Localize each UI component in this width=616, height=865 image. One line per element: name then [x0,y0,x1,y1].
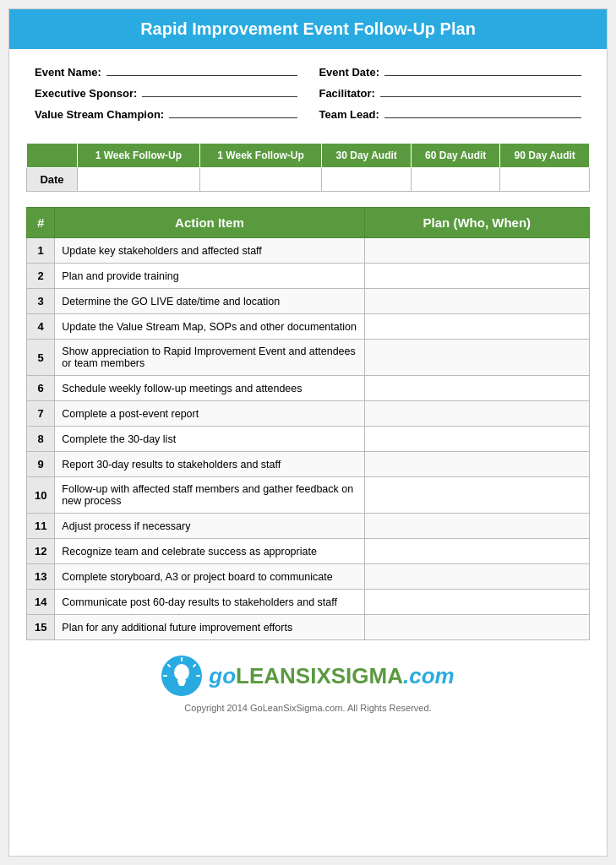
logo-text: goLEANSIXSIGMA.com [209,663,454,689]
action-table: # Action Item Plan (Who, When) 1Update k… [26,207,590,640]
table-row: 5Show appreciation to Rapid Improvement … [27,340,590,376]
meta-event-name: Event Name: [35,63,297,79]
plan-cell [364,340,589,376]
meta-vsc: Value Stream Champion: [35,105,297,121]
plan-cell [364,238,589,264]
logo-container: goLEANSIXSIGMA.com [18,656,598,696]
action-header-row: # Action Item Plan (Who, When) [27,208,590,238]
svg-line-7 [194,665,195,666]
action-item-text: Show appreciation to Rapid Improvement E… [55,340,364,376]
action-item-text: Report 30-day results to stakeholders an… [55,452,364,477]
action-item-text: Plan for any additional future improveme… [55,615,364,640]
table-row: 10Follow-up with affected staff members … [27,477,590,514]
action-item-text: Complete the 30-day list [55,427,364,452]
row-number: 5 [27,340,55,376]
plan-cell [364,314,589,340]
action-item-text: Determine the GO LIVE date/time and loca… [55,289,364,314]
row-number: 13 [27,564,55,590]
svg-rect-2 [177,680,186,683]
row-number: 11 [27,514,55,539]
followup-header-row: 1 Week Follow-Up 1 Week Follow-Up 30 Day… [27,144,590,168]
followup-col-5: 90 Day Audit [500,144,590,168]
table-row: 13Complete storyboard, A3 or project boa… [27,564,590,590]
vsc-label: Value Stream Champion: [35,108,164,121]
table-row: 4Update the Value Stream Map, SOPs and o… [27,314,590,340]
action-item-text: Follow-up with affected staff members an… [55,477,364,514]
plan-cell [364,401,589,427]
logo-go: go [209,663,236,688]
logo-icon [161,656,202,696]
vsc-line [169,105,297,118]
action-item-text: Plan and provide training [55,264,364,289]
action-header-plan: Plan (Who, When) [364,208,589,238]
page-title: Rapid Improvement Event Follow-Up Plan [140,19,476,38]
action-item-text: Schedule weekly follow-up meetings and a… [55,376,364,401]
event-date-line [384,63,581,76]
action-item-text: Update key stakeholders and affected sta… [55,238,364,264]
page-header: Rapid Improvement Event Follow-Up Plan [9,9,607,49]
followup-col-2: 1 Week Follow-Up [199,144,322,168]
exec-sponsor-line [142,84,297,97]
plan-cell [364,590,589,615]
event-name-label: Event Name: [35,66,101,79]
followup-col-4: 60 Day Audit [411,144,500,168]
meta-event-date: Event Date: [319,63,581,79]
row-number: 2 [27,264,55,289]
plan-cell [364,615,589,640]
facilitator-line [380,84,581,97]
action-header-num: # [27,208,55,238]
logo-com: .com [403,663,455,688]
plan-cell [364,289,589,314]
plan-cell [364,477,589,514]
row-number: 14 [27,590,55,615]
followup-date-row: Date [27,168,590,192]
svg-point-1 [174,664,189,681]
table-row: 7Complete a post-event report [27,401,590,427]
plan-cell [364,539,589,564]
meta-exec-sponsor: Executive Sponsor: [35,84,297,100]
svg-rect-4 [179,684,184,686]
plan-cell [364,564,589,590]
meta-facilitator: Facilitator: [319,84,581,100]
meta-team-lead: Team Lead: [319,105,581,121]
action-item-text: Update the Value Stream Map, SOPs and ot… [55,314,364,340]
table-row: 8Complete the 30-day list [27,427,590,452]
date-cell-4 [411,168,500,192]
date-cell-2 [199,168,322,192]
table-row: 3Determine the GO LIVE date/time and loc… [27,289,590,314]
followup-col-3: 30 Day Audit [322,144,412,168]
plan-cell [364,376,589,401]
table-row: 12Recognize team and celebrate success a… [27,539,590,564]
event-date-label: Event Date: [319,66,379,79]
meta-section: Event Name: Event Date: Executive Sponso… [9,49,607,134]
followup-col-empty [27,144,78,168]
action-item-text: Communicate post 60-day results to stake… [55,590,364,615]
plan-cell [364,514,589,539]
row-number: 8 [27,427,55,452]
row-number: 7 [27,401,55,427]
plan-cell [364,264,589,289]
action-item-text: Adjust process if necessary [55,514,364,539]
facilitator-label: Facilitator: [319,87,374,100]
footer: goLEANSIXSIGMA.com Copyright 2014 GoLean… [9,656,607,713]
row-number: 12 [27,539,55,564]
plan-cell [364,427,589,452]
plan-cell [364,452,589,477]
table-row: 6Schedule weekly follow-up meetings and … [27,376,590,401]
row-number: 6 [27,376,55,401]
followup-table: 1 Week Follow-Up 1 Week Follow-Up 30 Day… [26,143,590,192]
team-lead-label: Team Lead: [319,108,379,121]
date-cell-1 [78,168,200,192]
table-row: 11Adjust process if necessary [27,514,590,539]
row-number: 4 [27,314,55,340]
team-lead-line [384,105,581,118]
page: Rapid Improvement Event Follow-Up Plan E… [8,8,608,857]
row-number: 9 [27,452,55,477]
table-row: 1Update key stakeholders and affected st… [27,238,590,264]
date-cell-3 [322,168,412,192]
exec-sponsor-label: Executive Sponsor: [35,87,137,100]
table-row: 14Communicate post 60-day results to sta… [27,590,590,615]
logo-lean: LEANSIXSIGMA [236,663,403,688]
table-row: 2Plan and provide training [27,264,590,289]
event-name-line [106,63,297,76]
